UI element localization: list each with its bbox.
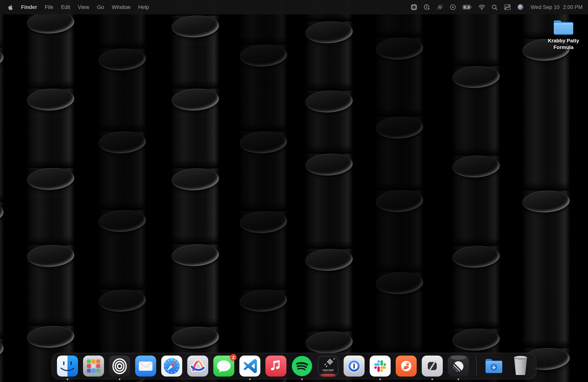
dock-vscode[interactable] bbox=[239, 355, 261, 377]
dock-divider bbox=[476, 356, 477, 376]
dock-split-window-app[interactable] bbox=[421, 355, 443, 377]
wifi-icon[interactable] bbox=[478, 4, 485, 10]
dock-linear[interactable] bbox=[447, 355, 469, 377]
launchpad-icon bbox=[83, 355, 105, 377]
folder-label: Krabby Patty Formula bbox=[543, 38, 584, 51]
apple-music-icon bbox=[265, 355, 287, 377]
wallpaper bbox=[0, 0, 588, 382]
dock-launchpad[interactable] bbox=[83, 355, 105, 377]
spotlight-search-icon[interactable] bbox=[491, 4, 498, 10]
menu-bar: Finder File Edit View Go Window Help bbox=[0, 0, 588, 14]
dock-postman[interactable] bbox=[395, 355, 417, 377]
spotify-icon bbox=[291, 355, 313, 377]
arc-browser-icon bbox=[187, 355, 209, 377]
screen: Finder File Edit View Go Window Help bbox=[0, 0, 588, 382]
finder-icon bbox=[57, 355, 78, 377]
dock-trash[interactable] bbox=[510, 355, 531, 377]
wallpaper-column bbox=[240, 0, 287, 382]
wallpaper-column bbox=[305, 0, 353, 382]
dock: 2 bbox=[52, 353, 536, 379]
linear-icon bbox=[447, 355, 469, 377]
raycast-icon bbox=[317, 355, 339, 377]
dock-slack[interactable] bbox=[369, 355, 391, 377]
postman-icon bbox=[395, 355, 417, 377]
menu-finder[interactable]: Finder bbox=[17, 0, 41, 14]
dock-messages[interactable]: 2 bbox=[213, 355, 235, 377]
dock-arc-browser[interactable] bbox=[187, 355, 209, 377]
menu-time: 2:00 PM bbox=[563, 4, 583, 10]
battery-charging-icon[interactable] bbox=[462, 5, 472, 10]
now-playing-icon[interactable] bbox=[449, 4, 456, 11]
dock-safari[interactable] bbox=[161, 355, 183, 377]
dock-1password[interactable] bbox=[343, 355, 365, 377]
menu-help[interactable]: Help bbox=[134, 0, 153, 14]
menu-clock[interactable]: Wed Sep 10 2:00 PM bbox=[531, 4, 583, 10]
menu-go[interactable]: Go bbox=[93, 0, 108, 14]
menu-bar-left: Finder File Edit View Go Window Help bbox=[0, 0, 153, 14]
control-center-icon[interactable] bbox=[504, 4, 511, 10]
menu-file[interactable]: File bbox=[41, 0, 57, 14]
safari-icon bbox=[161, 355, 183, 377]
dock-downloads-folder[interactable] bbox=[483, 355, 505, 377]
dock-mail[interactable] bbox=[135, 355, 157, 377]
siri-icon[interactable] bbox=[517, 4, 524, 11]
wallpaper-column bbox=[376, 0, 423, 382]
wallpaper-column bbox=[522, 0, 570, 382]
menu-bar-status: Wed Sep 10 2:00 PM bbox=[410, 4, 588, 11]
menu-view[interactable]: View bbox=[74, 0, 93, 14]
desktop-folder-krabby-patty-formula[interactable]: Krabby Patty Formula bbox=[540, 18, 587, 51]
onepassword-lock-icon[interactable] bbox=[423, 4, 430, 11]
menu-date: Wed Sep 10 bbox=[531, 4, 559, 10]
vscode-icon bbox=[239, 355, 261, 377]
wallpaper-column bbox=[171, 0, 219, 382]
wallpaper-column bbox=[27, 0, 74, 382]
slack-icon bbox=[369, 355, 391, 377]
menu-window[interactable]: Window bbox=[108, 0, 134, 14]
trash-rim bbox=[514, 356, 527, 360]
downloads-folder-icon bbox=[483, 355, 505, 377]
pinwheel-app-icon[interactable] bbox=[410, 4, 417, 11]
wallpaper-column bbox=[98, 0, 146, 382]
concentric-rings-app-icon bbox=[109, 355, 130, 377]
raycast-label: raycast bbox=[317, 368, 339, 372]
1password-icon bbox=[343, 355, 365, 377]
dock-finder[interactable] bbox=[57, 355, 78, 377]
apple-logo-glyph bbox=[7, 4, 14, 10]
raycast-logo-icon[interactable] bbox=[437, 4, 443, 11]
folder-icon bbox=[552, 18, 575, 37]
wallpaper-column bbox=[452, 0, 500, 382]
menu-edit[interactable]: Edit bbox=[57, 0, 74, 14]
dock-raycast[interactable]: raycast bbox=[317, 355, 339, 377]
messages-unread-badge: 2 bbox=[230, 354, 237, 361]
apple-menu-icon[interactable] bbox=[4, 4, 17, 10]
dock-concentric-rings-app[interactable] bbox=[109, 355, 130, 377]
dock-spotify[interactable] bbox=[291, 355, 313, 377]
mail-icon bbox=[135, 355, 157, 377]
dock-apple-music[interactable] bbox=[265, 355, 287, 377]
wallpaper-column bbox=[0, 0, 3, 382]
split-window-app-icon bbox=[421, 355, 443, 377]
trash-icon bbox=[514, 358, 527, 375]
